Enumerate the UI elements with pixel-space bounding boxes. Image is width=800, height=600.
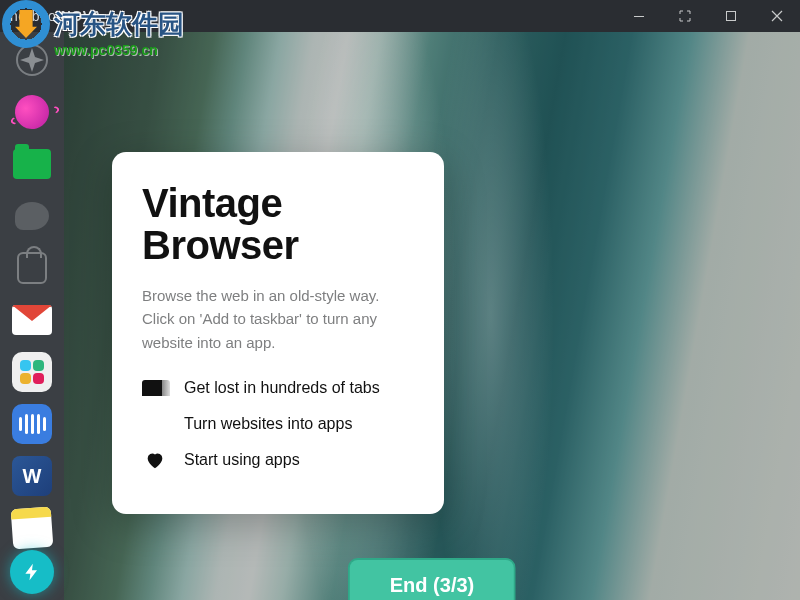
sidebar-item-compass[interactable] xyxy=(10,38,54,82)
brand-name: horbito xyxy=(10,8,56,24)
fullscreen-button[interactable] xyxy=(662,0,708,32)
window-controls xyxy=(616,0,800,32)
sidebar-item-slack[interactable] xyxy=(10,350,54,394)
sidebar-item-gmail[interactable] xyxy=(10,298,54,342)
folder-icon xyxy=(13,149,51,179)
minimize-icon xyxy=(633,10,645,22)
chat-icon xyxy=(15,202,49,230)
apps-icon xyxy=(142,414,168,434)
svg-rect-0 xyxy=(634,16,644,17)
onboarding-title: Vintage Browser xyxy=(142,182,414,266)
fullscreen-icon xyxy=(679,10,691,22)
intercom-icon xyxy=(12,404,52,444)
maximize-icon xyxy=(725,10,737,22)
feature-tabs: Get lost in hundreds of tabs xyxy=(142,378,414,398)
titlebar: horbito NOVA xyxy=(0,0,800,32)
bolt-icon xyxy=(22,562,42,582)
onboarding-card: Vintage Browser Browse the web in an old… xyxy=(112,152,444,514)
sidebar-item-word[interactable]: W xyxy=(10,454,54,498)
workspace: W Vintage Browser Browse the web in an o… xyxy=(0,32,800,600)
tabs-icon xyxy=(142,378,168,398)
feature-label: Get lost in hundreds of tabs xyxy=(184,379,380,397)
brand-product: NOVA xyxy=(61,8,102,24)
feature-apps: Turn websites into apps xyxy=(142,414,414,434)
app-brand: horbito NOVA xyxy=(10,8,102,24)
sidebar-item-planet[interactable] xyxy=(10,90,54,134)
heart-icon xyxy=(142,450,168,470)
end-button-label: End (3/3) xyxy=(390,574,474,596)
sidebar-item-store[interactable] xyxy=(10,246,54,290)
svg-rect-1 xyxy=(727,12,736,21)
sidebar-item-intercom[interactable] xyxy=(10,402,54,446)
compass-icon xyxy=(15,43,49,77)
planet-icon xyxy=(11,91,53,133)
word-icon: W xyxy=(12,456,52,496)
sidebar-item-chat[interactable] xyxy=(10,194,54,238)
maximize-button[interactable] xyxy=(708,0,754,32)
sidebar-item-files[interactable] xyxy=(10,142,54,186)
slack-icon xyxy=(12,352,52,392)
minimize-button[interactable] xyxy=(616,0,662,32)
notes-icon xyxy=(11,507,54,550)
main-area: Vintage Browser Browse the web in an old… xyxy=(64,32,800,600)
feature-label: Start using apps xyxy=(184,451,300,469)
feature-label: Turn websites into apps xyxy=(184,415,352,433)
gmail-icon xyxy=(12,305,52,335)
sidebar-item-notes[interactable] xyxy=(10,506,54,550)
close-button[interactable] xyxy=(754,0,800,32)
sidebar-quick-action[interactable] xyxy=(10,550,54,594)
sidebar: W xyxy=(0,32,64,600)
bag-icon xyxy=(17,252,47,284)
close-icon xyxy=(771,10,783,22)
onboarding-description: Browse the web in an old-style way. Clic… xyxy=(142,284,414,354)
onboarding-end-button[interactable]: End (3/3) xyxy=(348,558,516,600)
feature-heart: Start using apps xyxy=(142,450,414,470)
